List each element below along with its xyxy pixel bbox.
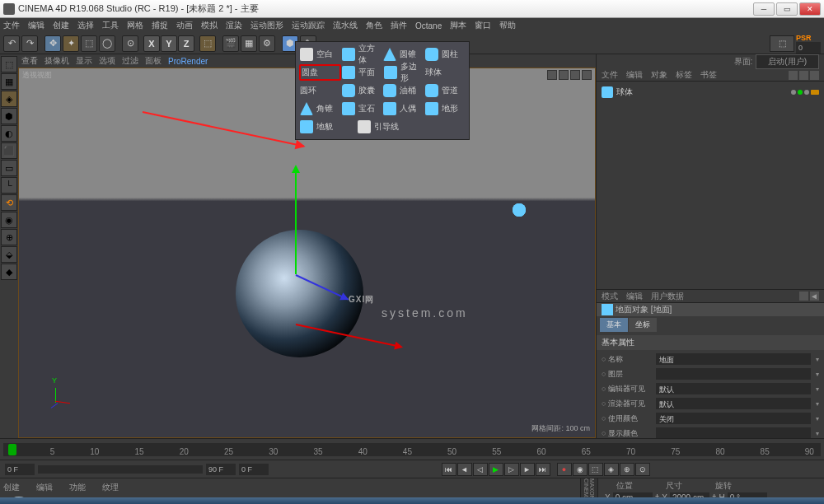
vp-nav-4[interactable] bbox=[582, 70, 592, 80]
menu-帮助[interactable]: 帮助 bbox=[499, 20, 516, 31]
tag-icon[interactable] bbox=[811, 90, 819, 95]
mattab-创建[interactable]: 创建 bbox=[3, 482, 20, 493]
vis-dot-3[interactable] bbox=[804, 90, 809, 95]
primitive-地貌[interactable]: 地貌 bbox=[299, 119, 357, 134]
menu-选择[interactable]: 选择 bbox=[77, 20, 94, 31]
primitive-平面[interactable]: 平面 bbox=[341, 65, 382, 80]
vp-tab-1[interactable]: 摄像机 bbox=[44, 55, 69, 67]
psr-icon[interactable]: ⬚ bbox=[770, 35, 794, 52]
menu-工具[interactable]: 工具 bbox=[102, 20, 119, 31]
vis-dot-1[interactable] bbox=[791, 90, 796, 95]
attr-val-渲染器可见[interactable]: 默认 bbox=[656, 398, 811, 409]
attrmenu-用户数据[interactable]: 用户数据 bbox=[651, 291, 684, 302]
render-view[interactable]: 🎬 bbox=[222, 35, 239, 52]
autokey-button[interactable]: ◉ bbox=[573, 463, 588, 476]
render-settings[interactable]: ⚙ bbox=[259, 35, 275, 52]
scale-tool[interactable]: ⬚ bbox=[81, 35, 97, 52]
primitive-角锥[interactable]: 角锥 bbox=[299, 101, 341, 116]
vp-nav-2[interactable] bbox=[559, 70, 569, 80]
coord-mode[interactable]: ⬚ bbox=[199, 35, 216, 52]
vp-nav-3[interactable] bbox=[570, 70, 580, 80]
primitive-空白[interactable]: 空白 bbox=[299, 47, 341, 62]
attr-val-图层[interactable] bbox=[656, 368, 811, 380]
vp-tab-4[interactable]: 过滤 bbox=[122, 55, 138, 67]
menu-角色[interactable]: 角色 bbox=[366, 20, 382, 31]
vp-tab-3[interactable]: 选项 bbox=[99, 55, 115, 67]
key-opt-4[interactable]: ⊙ bbox=[635, 463, 650, 476]
menu-文件[interactable]: 文件 bbox=[3, 20, 20, 31]
primitive-立方体[interactable]: 立方体 bbox=[341, 42, 383, 67]
vp-tab-0[interactable]: 查看 bbox=[21, 55, 38, 67]
timeline[interactable]: 051015202530354045505560657075808590 bbox=[0, 438, 824, 460]
objtab-编辑[interactable]: 编辑 bbox=[626, 69, 643, 81]
psr-value[interactable]: 0 bbox=[796, 42, 821, 54]
menu-流水线[interactable]: 流水线 bbox=[333, 20, 358, 31]
prev-key[interactable]: ◄ bbox=[457, 463, 472, 476]
attr-tab-coord[interactable]: 坐标 bbox=[629, 318, 657, 332]
play-button[interactable]: ▶ bbox=[489, 463, 503, 476]
mode-btn-12[interactable]: ◆ bbox=[1, 264, 17, 280]
menu-窗口[interactable]: 窗口 bbox=[475, 20, 491, 31]
menu-捕捉[interactable]: 捕捉 bbox=[152, 20, 168, 31]
object-row-sphere[interactable]: 球体 bbox=[602, 85, 819, 100]
close-button[interactable]: ✕ bbox=[799, 2, 821, 16]
menu-编辑[interactable]: 编辑 bbox=[28, 20, 44, 31]
attr-opt-1[interactable] bbox=[799, 292, 808, 301]
menu-脚本[interactable]: 脚本 bbox=[450, 20, 466, 31]
mode-btn-7[interactable]: └ bbox=[1, 177, 17, 194]
y-lock[interactable]: Y bbox=[161, 35, 177, 52]
attr-opt-2[interactable]: ◄ bbox=[810, 292, 819, 301]
attr-val-编辑器可见[interactable]: 默认 bbox=[656, 383, 811, 394]
vis-dot-2[interactable] bbox=[798, 90, 803, 95]
menu-插件[interactable]: 插件 bbox=[391, 20, 407, 31]
object-manager[interactable]: 球体 bbox=[597, 82, 824, 289]
gizmo-y-axis[interactable] bbox=[295, 167, 297, 274]
x-lock[interactable]: X bbox=[143, 35, 160, 52]
primitive-引导线[interactable]: 引导线 bbox=[357, 119, 414, 134]
menu-运动图形[interactable]: 运动图形 bbox=[250, 20, 283, 31]
frame-current[interactable]: 0 F bbox=[239, 464, 269, 475]
goto-end[interactable]: ⏭ bbox=[536, 463, 550, 476]
primitive-地形[interactable]: 地形 bbox=[424, 101, 466, 116]
menu-运动跟踪[interactable]: 运动跟踪 bbox=[292, 20, 325, 31]
goto-start[interactable]: ⏮ bbox=[442, 463, 456, 476]
maximize-button[interactable]: ▭ bbox=[776, 2, 798, 16]
primitive-圆盘[interactable]: 圆盘 bbox=[299, 64, 341, 81]
vp-nav-1[interactable] bbox=[547, 70, 557, 80]
menu-动画[interactable]: 动画 bbox=[176, 20, 193, 31]
timeline-marker[interactable] bbox=[8, 444, 16, 455]
objtab-文件[interactable]: 文件 bbox=[602, 69, 618, 81]
next-frame[interactable]: ▷ bbox=[504, 463, 519, 476]
frame-start[interactable]: 0 F bbox=[5, 464, 35, 475]
menu-渲染[interactable]: 渲染 bbox=[226, 20, 242, 31]
minimize-button[interactable]: ─ bbox=[753, 2, 775, 16]
menu-模拟[interactable]: 模拟 bbox=[201, 20, 218, 31]
mattab-纹理[interactable]: 纹理 bbox=[102, 482, 119, 493]
menu-创建[interactable]: 创建 bbox=[53, 20, 69, 31]
mode-btn-2[interactable]: ◈ bbox=[1, 91, 17, 107]
primitive-油桶[interactable]: 油桶 bbox=[382, 83, 424, 98]
vp-tab-2[interactable]: 显示 bbox=[76, 55, 92, 67]
primitive-多边形[interactable]: 多边形 bbox=[383, 60, 424, 85]
mode-btn-8[interactable]: ⟲ bbox=[1, 194, 17, 211]
vp-tab-5[interactable]: 面板 bbox=[145, 55, 162, 67]
mode-btn-4[interactable]: ◐ bbox=[1, 125, 17, 142]
objtab-标签[interactable]: 标签 bbox=[676, 69, 692, 81]
vp-tab-6[interactable]: ProRender bbox=[168, 57, 208, 66]
primitive-圆环[interactable]: 圆环 bbox=[299, 84, 341, 97]
recent-tool[interactable]: ⊙ bbox=[122, 35, 138, 52]
menu-Octane[interactable]: Octane bbox=[415, 21, 442, 30]
mode-btn-10[interactable]: ⊕ bbox=[1, 229, 17, 245]
objtab-对象[interactable]: 对象 bbox=[651, 69, 667, 81]
primitive-胶囊[interactable]: 胶囊 bbox=[341, 83, 383, 98]
undo-button[interactable]: ↶ bbox=[3, 35, 20, 52]
mode-btn-3[interactable]: ⬢ bbox=[1, 108, 17, 124]
panel-opt-2[interactable] bbox=[799, 71, 808, 80]
layout-selector[interactable]: 启动(用户) bbox=[756, 54, 819, 69]
attrmenu-编辑[interactable]: 编辑 bbox=[626, 291, 643, 302]
key-opt-1[interactable]: ⬚ bbox=[588, 463, 603, 476]
prev-frame[interactable]: ◁ bbox=[473, 463, 488, 476]
mattab-功能[interactable]: 功能 bbox=[69, 482, 86, 493]
mode-btn-6[interactable]: ▭ bbox=[1, 160, 17, 176]
mode-btn-9[interactable]: ◉ bbox=[1, 212, 17, 228]
